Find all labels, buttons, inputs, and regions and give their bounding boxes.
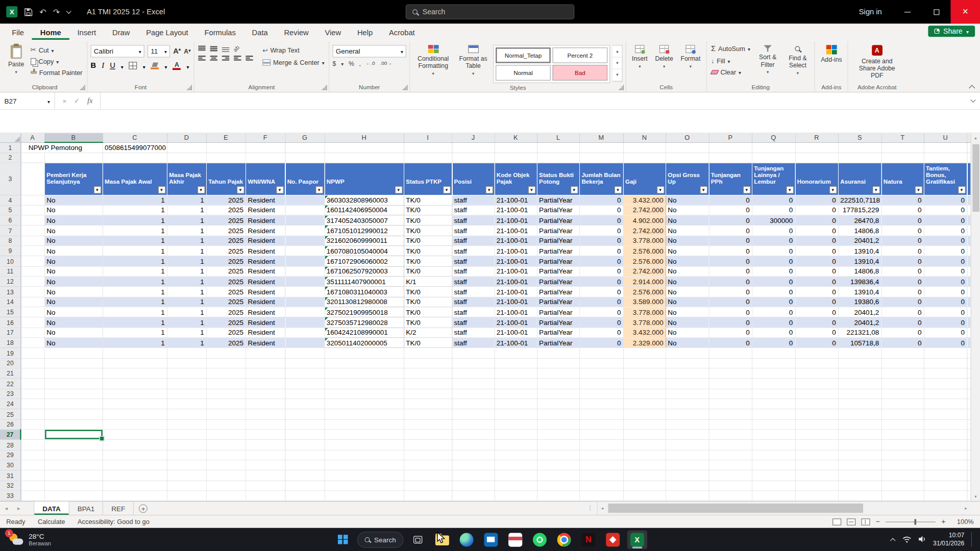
- cell-M33[interactable]: [579, 491, 623, 501]
- cell-K32[interactable]: [495, 481, 537, 491]
- cell-R16[interactable]: 0: [795, 317, 838, 328]
- cell-B11[interactable]: No: [44, 266, 103, 277]
- cell-T6[interactable]: 0: [881, 215, 924, 226]
- table-header-G[interactable]: No. Paspor: [285, 162, 324, 195]
- cell-K4[interactable]: 21-100-01: [495, 195, 537, 205]
- cell-N13[interactable]: 2.576.000: [623, 287, 666, 297]
- cell-C21[interactable]: [103, 368, 167, 379]
- tab-review[interactable]: Review: [276, 24, 317, 40]
- cell-R7[interactable]: 0: [795, 226, 838, 236]
- cell-H6[interactable]: 3174052403050007: [325, 215, 404, 226]
- table-header-I[interactable]: Status PTKP: [404, 162, 452, 195]
- cell-S7[interactable]: 14806,8: [838, 226, 881, 236]
- cell-R10[interactable]: 0: [795, 256, 838, 266]
- cell-C13[interactable]: 1: [103, 287, 167, 297]
- col-header-O[interactable]: O: [666, 133, 708, 142]
- cell-T24[interactable]: [881, 399, 924, 409]
- cell-U20[interactable]: [924, 358, 967, 368]
- cell-I27[interactable]: [404, 430, 452, 440]
- cell-D15[interactable]: 1: [167, 307, 206, 317]
- decrease-indent-icon[interactable]: [233, 55, 242, 63]
- cell-B17[interactable]: No: [44, 328, 103, 338]
- cell-R29[interactable]: [795, 450, 838, 460]
- row-header-10[interactable]: 10: [0, 256, 20, 266]
- cell-B29[interactable]: [44, 450, 103, 460]
- cell-Q4[interactable]: 0: [752, 195, 795, 205]
- excel-taskbar-button[interactable]: X: [627, 530, 647, 549]
- table-header-Q[interactable]: Tunjangan Lainnya / Lembur: [752, 162, 795, 195]
- cell-L21[interactable]: [537, 368, 579, 379]
- cell-E9[interactable]: 2025: [206, 246, 246, 256]
- cell-Q23[interactable]: [752, 389, 795, 399]
- cell-S24[interactable]: [838, 399, 881, 409]
- cell-T16[interactable]: 0: [881, 317, 924, 328]
- cell-A5[interactable]: [20, 205, 44, 215]
- cell-E25[interactable]: [206, 409, 246, 419]
- close-button[interactable]: ×: [950, 0, 980, 24]
- row-header-13[interactable]: 13: [0, 287, 20, 297]
- cell-H22[interactable]: [325, 379, 404, 389]
- status-calculate[interactable]: Calculate: [38, 518, 65, 525]
- hscroll-left-icon[interactable]: ◂: [598, 506, 607, 511]
- cell-B7[interactable]: No: [44, 226, 103, 236]
- cell-F32[interactable]: [246, 481, 285, 491]
- col-header-R[interactable]: R: [795, 133, 838, 142]
- cell-R5[interactable]: 0: [795, 205, 838, 215]
- cell-T17[interactable]: 0: [881, 328, 924, 338]
- col-header-T[interactable]: T: [881, 133, 924, 142]
- cell-A24[interactable]: [20, 399, 44, 409]
- cell-O12[interactable]: No: [666, 277, 708, 287]
- cell-L17[interactable]: PartialYear: [537, 328, 579, 338]
- cell-F24[interactable]: [246, 399, 285, 409]
- cell-S22[interactable]: [838, 379, 881, 389]
- cell-B33[interactable]: [44, 491, 103, 501]
- cell-P15[interactable]: 0: [709, 307, 752, 317]
- clock[interactable]: 10:07 31/01/2026: [933, 532, 964, 547]
- cell-U11[interactable]: 0: [924, 266, 967, 277]
- table-header-O[interactable]: Opsi Gross Up: [666, 162, 708, 195]
- expand-formula-bar-icon[interactable]: [966, 92, 980, 109]
- decrease-font-icon[interactable]: A: [184, 48, 190, 55]
- cell-E16[interactable]: 2025: [206, 317, 246, 328]
- vertical-scrollbar[interactable]: ▴ ▾: [971, 133, 980, 501]
- cell-N15[interactable]: 3.778.000: [623, 307, 666, 317]
- cell-F5[interactable]: Resident: [246, 205, 285, 215]
- col-header-M[interactable]: M: [579, 133, 623, 142]
- cell-E8[interactable]: 2025: [206, 236, 246, 246]
- cell-U16[interactable]: 0: [924, 317, 967, 328]
- cell-Q11[interactable]: 0: [752, 266, 795, 277]
- underline-button[interactable]: U: [110, 61, 115, 70]
- cell-A29[interactable]: [20, 450, 44, 460]
- cell-A12[interactable]: [20, 277, 44, 287]
- cell-F4[interactable]: Resident: [246, 195, 285, 205]
- cell-S5[interactable]: 177815,229: [838, 205, 881, 215]
- cell-E11[interactable]: 2025: [206, 266, 246, 277]
- col-header-G[interactable]: G: [285, 133, 324, 142]
- cell-C28[interactable]: [103, 440, 167, 450]
- cell-B4[interactable]: No: [44, 195, 103, 205]
- col-header-E[interactable]: E: [206, 133, 246, 142]
- cell-Q2[interactable]: [752, 153, 795, 163]
- cell-P29[interactable]: [709, 450, 752, 460]
- font-dialog-launcher[interactable]: [187, 85, 192, 90]
- row-header-9[interactable]: 9: [0, 246, 20, 256]
- cell-D18[interactable]: 1: [167, 338, 206, 348]
- cell-G9[interactable]: [285, 246, 324, 256]
- cell-U7[interactable]: 0: [924, 226, 967, 236]
- sheet-tab-bpa1[interactable]: BPA1: [69, 502, 104, 515]
- excel-logo-icon[interactable]: [6, 6, 17, 17]
- cell-G11[interactable]: [285, 266, 324, 277]
- cell-I11[interactable]: TK/0: [404, 266, 452, 277]
- font-family-combo[interactable]: Calibri: [91, 45, 144, 57]
- cell-A4[interactable]: [20, 195, 44, 205]
- cell-D9[interactable]: 1: [167, 246, 206, 256]
- cell-A19[interactable]: [20, 348, 44, 358]
- page-layout-view-icon[interactable]: [847, 518, 855, 525]
- cell-F9[interactable]: Resident: [246, 246, 285, 256]
- cell-M1[interactable]: [579, 142, 623, 153]
- cell-M6[interactable]: 0: [579, 215, 623, 226]
- cell-G27[interactable]: [285, 430, 324, 440]
- vscroll-thumb[interactable]: [972, 144, 979, 212]
- cell-H18[interactable]: 3205011402000005: [325, 338, 404, 348]
- cell-H31[interactable]: [325, 470, 404, 481]
